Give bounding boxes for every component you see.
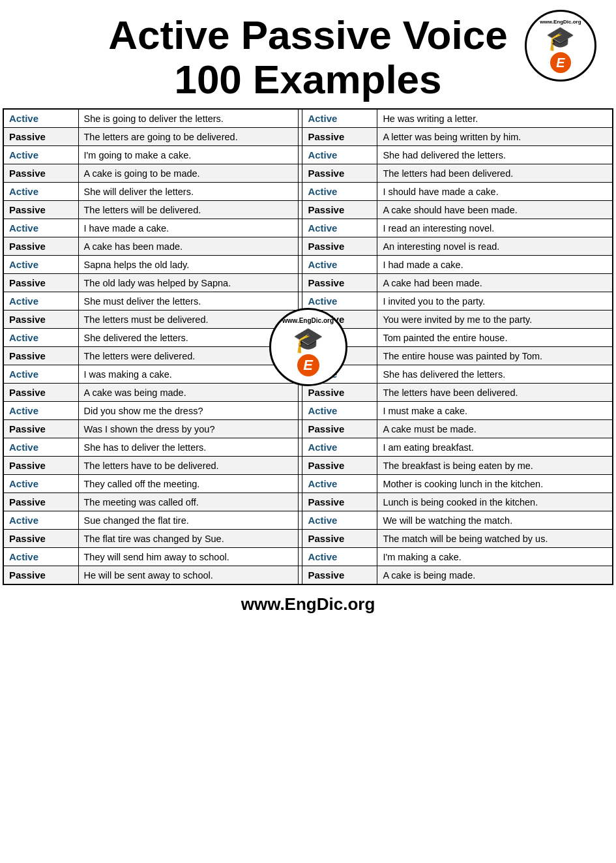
left-type: Passive [3, 201, 78, 219]
right-sentence: A letter was being written by him. [377, 128, 613, 146]
left-sentence: Was I shown the dress by you? [78, 420, 299, 438]
table-row: Passive A cake was being made. Passive T… [3, 384, 613, 402]
right-sentence: I had made a cake. [377, 256, 613, 274]
table-row: Active I was making a cake. Active She h… [3, 365, 613, 384]
left-sentence: They called off the meeting. [78, 475, 299, 493]
right-sentence: Mother is cooking lunch in the kitchen. [377, 475, 613, 493]
right-sentence: I must make a cake. [377, 402, 613, 420]
left-type: Passive [3, 274, 78, 292]
right-sentence: The entire house was painted by Tom. [377, 347, 613, 365]
right-sentence: The letters have been delivered. [377, 384, 613, 402]
left-sentence: He will be sent away to school. [78, 566, 299, 585]
left-sentence: She will deliver the letters. [78, 183, 299, 201]
left-sentence: A cake is going to be made. [78, 164, 299, 183]
left-sentence: A cake has been made. [78, 237, 299, 256]
left-type: Passive [3, 493, 78, 511]
right-type: Passive [302, 201, 377, 219]
right-sentence: A cake should have been made. [377, 201, 613, 219]
right-type: Passive [302, 274, 377, 292]
right-type: Passive [302, 384, 377, 402]
left-sentence: The old lady was helped by Sapna. [78, 274, 299, 292]
table-row: Passive Was I shown the dress by you? Pa… [3, 420, 613, 438]
right-type: Active [302, 511, 377, 530]
right-sentence: Tom painted the entire house. [377, 329, 613, 347]
table-row: Passive The letters will be delivered. P… [3, 201, 613, 219]
left-type: Active [3, 219, 78, 237]
left-type: Active [3, 109, 78, 128]
left-sentence: The flat tire was changed by Sue. [78, 530, 299, 548]
right-type: Passive [302, 457, 377, 475]
right-sentence: A cake is being made. [377, 566, 613, 585]
left-sentence: She is going to deliver the letters. [78, 109, 299, 128]
left-sentence: She has to deliver the letters. [78, 438, 299, 457]
right-type: Active [302, 365, 377, 384]
left-type: Active [3, 475, 78, 493]
left-sentence: I have made a cake. [78, 219, 299, 237]
left-sentence: They will send him away to school. [78, 548, 299, 566]
table-row: Active I have made a cake. Active I read… [3, 219, 613, 237]
left-type: Active [3, 329, 78, 347]
right-sentence: We will be watching the match. [377, 511, 613, 530]
left-type: Active [3, 402, 78, 420]
table-row: Active They called off the meeting. Acti… [3, 475, 613, 493]
table-row: Active She has to deliver the letters. A… [3, 438, 613, 457]
left-sentence: The letters are going to be delivered. [78, 128, 299, 146]
right-sentence: She has delivered the letters. [377, 365, 613, 384]
left-sentence: Sapna helps the old lady. [78, 256, 299, 274]
left-sentence: The letters must be delivered. [78, 310, 299, 329]
right-sentence: A cake had been made. [377, 274, 613, 292]
examples-table: Active She is going to deliver the lette… [3, 108, 613, 585]
table-row: Active She will deliver the letters. Act… [3, 183, 613, 201]
table-row: Passive The letters were delivered. Pass… [3, 347, 613, 365]
right-type: Passive [302, 566, 377, 585]
left-type: Passive [3, 457, 78, 475]
table-row: Active She must deliver the letters. Act… [3, 292, 613, 310]
right-sentence: An interesting novel is read. [377, 237, 613, 256]
left-sentence: The letters have to be delivered. [78, 457, 299, 475]
main-table-container: Active She is going to deliver the lette… [0, 108, 616, 585]
right-type: Active [302, 548, 377, 566]
right-sentence: The letters had been delivered. [377, 164, 613, 183]
right-sentence: I read an interesting novel. [377, 219, 613, 237]
table-row: Active She is going to deliver the lette… [3, 109, 613, 128]
left-type: Active [3, 548, 78, 566]
table-row: Active Did you show me the dress? Active… [3, 402, 613, 420]
left-type: Active [3, 292, 78, 310]
right-type: Active [302, 256, 377, 274]
left-type: Passive [3, 530, 78, 548]
table-row: Passive The meeting was called off. Pass… [3, 493, 613, 511]
right-type: Passive [302, 347, 377, 365]
page-header: Active Passive Voice 100 Examples www.En… [0, 0, 616, 108]
logo: www.EngDic.org 🎓 E [525, 10, 596, 82]
table-row: Passive He will be sent away to school. … [3, 566, 613, 585]
table-row: Active Sue changed the flat tire. Active… [3, 511, 613, 530]
left-type: Passive [3, 164, 78, 183]
left-type: Passive [3, 347, 78, 365]
left-type: Active [3, 511, 78, 530]
right-type: Active [302, 438, 377, 457]
right-type: Passive [302, 237, 377, 256]
table-row: Passive A cake has been made. Passive An… [3, 237, 613, 256]
table-row: Passive The letters must be delivered. P… [3, 310, 613, 329]
right-sentence: He was writing a letter. [377, 109, 613, 128]
left-sentence: She must deliver the letters. [78, 292, 299, 310]
right-type: Passive [302, 420, 377, 438]
right-type: Active [302, 402, 377, 420]
left-sentence: The meeting was called off. [78, 493, 299, 511]
right-type: Passive [302, 493, 377, 511]
left-sentence: Sue changed the flat tire. [78, 511, 299, 530]
table-row: Passive The letters have to be delivered… [3, 457, 613, 475]
right-sentence: I am eating breakfast. [377, 438, 613, 457]
right-type: Active [302, 146, 377, 164]
left-type: Active [3, 146, 78, 164]
table-row: Passive The flat tire was changed by Sue… [3, 530, 613, 548]
right-sentence: The match will be being watched by us. [377, 530, 613, 548]
right-type: Active [302, 329, 377, 347]
left-type: Passive [3, 310, 78, 329]
page-title: Active Passive Voice 100 Examples [7, 13, 609, 102]
table-row: Active I'm going to make a cake. Active … [3, 146, 613, 164]
right-type: Active [302, 475, 377, 493]
right-sentence: You were invited by me to the party. [377, 310, 613, 329]
left-type: Passive [3, 237, 78, 256]
left-sentence: I was making a cake. [78, 365, 299, 384]
